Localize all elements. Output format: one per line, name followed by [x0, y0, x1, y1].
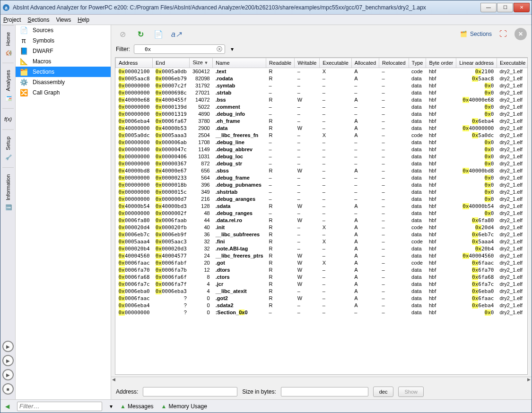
- titlebar[interactable]: a AbsInt Advanced Analyzer for PowerPC e…: [0, 0, 532, 15]
- table-row[interactable]: 0x40000bd80x40000e67656.sbssRW–A–datahbf…: [116, 167, 528, 174]
- table-row[interactable]: 0x0005a0dc0x0005aaa32504__libc_freeres_f…: [116, 132, 528, 139]
- status-memory[interactable]: ▲Memory Usage: [161, 403, 207, 410]
- table-row[interactable]: 0x40000b540x40000bd3128.sdataRW–A–datahb…: [116, 203, 528, 210]
- menu-sections[interactable]: Sections: [27, 17, 49, 23]
- size-input[interactable]: [281, 387, 368, 396]
- filter-input[interactable]: [134, 44, 225, 54]
- toolbar: ⊘ ↻ 📄 a↗ 🗂️ Sections ⛶ ✕: [111, 25, 532, 43]
- table-row[interactable]: 0x40000e680x4000455f14072.bssRW–A–datahb…: [116, 96, 528, 103]
- sidebar-item-symbols[interactable]: πSymbols: [16, 35, 111, 46]
- add-button[interactable]: 📄: [152, 27, 165, 41]
- table-row[interactable]: 0x0006eba40x0006fa673780.eh_frameR––A–da…: [116, 118, 528, 125]
- rail-fx[interactable]: f(x): [2, 108, 14, 129]
- table-row[interactable]: 0x0006eba00x0006eba34__libc_atexitR––A–d…: [116, 288, 528, 295]
- stop-button[interactable]: ■: [2, 383, 14, 395]
- menu-project[interactable]: Project: [3, 17, 21, 23]
- status-filter-input[interactable]: [17, 402, 102, 411]
- table-row[interactable]: 0x000000000x000000d7216.debug_aranges–––…: [116, 196, 528, 203]
- rail-information[interactable]: ℹ️Information: [2, 167, 14, 217]
- table-row[interactable]: 0x000000000x000004061031.debug_loc–––––d…: [116, 153, 528, 160]
- table-row[interactable]: 0x0005aac80x0006eb7982098.rodataR––A–dat…: [116, 75, 528, 82]
- play-2-button[interactable]: ▶: [2, 355, 14, 366]
- sidebar-item-sections[interactable]: 🗂️Sections: [16, 67, 111, 77]
- table-row[interactable]: 0x000020b40x000020d332.note.ABI-tagR––A–…: [116, 245, 528, 252]
- rail-setup[interactable]: 🔧Setup: [2, 129, 14, 167]
- table-row[interactable]: 0x000021000x0005a0db360412.textR–XA–code…: [116, 68, 528, 76]
- menu-help[interactable]: Help: [78, 17, 89, 23]
- horizontal-scrollbar[interactable]: [111, 377, 532, 384]
- table-row[interactable]: 0x0006fa680x0006fa6f8.ctorsRW–A–datahbf0…: [116, 274, 528, 281]
- table-row[interactable]: 0x0006eba4?0.sdata2R––A–datahbf0x6eba4dr…: [116, 302, 528, 309]
- filter-dropdown[interactable]: ▾: [229, 46, 235, 52]
- col-executable[interactable]: Executable: [320, 58, 351, 68]
- export-button[interactable]: a↗: [170, 27, 183, 41]
- table-row[interactable]: 0x000000000x000006ab1708.debug_line–––––…: [116, 139, 528, 146]
- table-wrap[interactable]: AddressEndSizeNameReadableWritableExecut…: [115, 57, 528, 375]
- table-row[interactable]: 0x000000000x0000047c1149.debug_abbrev–––…: [116, 146, 528, 153]
- sidebar-item-sources[interactable]: 📄Sources: [16, 25, 111, 35]
- disable-button[interactable]: ⊘: [116, 27, 129, 41]
- address-input[interactable]: [143, 387, 237, 396]
- sidebar-item-disassembly[interactable]: ⚙️Disassembly: [16, 77, 111, 87]
- col-address[interactable]: Address: [116, 58, 153, 68]
- col-size[interactable]: Size: [190, 58, 213, 68]
- rail-home[interactable]: 🏠Home: [2, 25, 14, 63]
- table-row[interactable]: 0x0006faac?0.got2RW–A–datahbf0x6faacdry2…: [116, 295, 528, 302]
- status-collapse-icon[interactable]: ◀: [5, 403, 9, 410]
- table-row[interactable]: 0x400000000x40000b532900.dataRW–A–datahb…: [116, 125, 528, 132]
- play-3-button[interactable]: ▶: [2, 369, 14, 380]
- col-writable[interactable]: Writable: [295, 58, 320, 68]
- table-row[interactable]: 0x000000000x00000367872.debug_str–––––da…: [116, 160, 528, 167]
- sections-link[interactable]: 🗂️ Sections: [460, 31, 492, 37]
- table-row[interactable]: 0x000020d40x000020fb40.initR–XA–codehbf0…: [116, 224, 528, 231]
- table-row[interactable]: 0x000000000x0000015c349.shstrtab–––––dat…: [116, 189, 528, 196]
- table-row[interactable]: 0x400045600x4000457724__libc_freeres_ptr…: [116, 252, 528, 259]
- rail-analyses[interactable]: 📊Analyses: [2, 63, 14, 108]
- body-area: 🏠Home 📊Analyses f(x) 🔧Setup ℹ️Informatio…: [0, 25, 532, 399]
- maximize-button[interactable]: ☐: [497, 3, 513, 12]
- close-button[interactable]: ✕: [514, 3, 530, 12]
- table-row[interactable]: 0x0006fa7c0x0006fa7f4.jcrRW–A–datahbf0x6…: [116, 281, 528, 288]
- table-row[interactable]: 0x000000000x0000018b396.debug_pubnames––…: [116, 181, 528, 189]
- col-relocated[interactable]: Relocated: [379, 58, 409, 68]
- table-row[interactable]: 0x000000000x0000002f48.debug_ranges–––––…: [116, 210, 528, 217]
- panel-close-button[interactable]: ✕: [515, 28, 527, 40]
- col-byte-order[interactable]: Byte order: [426, 58, 456, 68]
- menubar: Project Sections Views Help: [0, 15, 532, 25]
- col-executable[interactable]: Executable: [497, 58, 528, 68]
- filter-clear-icon[interactable]: ⓧ: [216, 45, 223, 53]
- col-allocated[interactable]: Allocated: [351, 58, 379, 68]
- sidebar-item-macros[interactable]: 📐Macros: [16, 56, 111, 67]
- dec-button[interactable]: dec: [373, 387, 394, 397]
- col-end[interactable]: End: [153, 58, 190, 68]
- symbols-icon: π: [19, 36, 28, 45]
- minimize-button[interactable]: —: [480, 3, 497, 12]
- col-type[interactable]: Type: [409, 58, 426, 68]
- play-1-button[interactable]: ▶: [2, 341, 14, 352]
- table-row[interactable]: 0x000000000x00000233564.debug_frame–––––…: [116, 174, 528, 181]
- col-name[interactable]: Name: [213, 58, 266, 68]
- table-row[interactable]: 0x00000000?0:Section_0x0–––––datahbf0x0d…: [116, 309, 528, 316]
- menu-views[interactable]: Views: [56, 17, 71, 23]
- sidebar-item-dwarf[interactable]: 📘DWARF: [16, 46, 111, 56]
- show-button[interactable]: Show: [398, 387, 424, 397]
- table-row[interactable]: 0x0006fa700x0006fa7b12.dtorsRW–A–datahbf…: [116, 267, 528, 274]
- sidebar-item-label: DWARF: [33, 48, 53, 54]
- refresh-button[interactable]: ↻: [134, 27, 147, 41]
- sidebar-item-call-graph[interactable]: 🔀Call Graph: [16, 87, 111, 98]
- table-row[interactable]: 0x0006eb7c0x0006eb9f36__libc_subfreeresR…: [116, 231, 528, 238]
- table-row[interactable]: 0x000000000x00007c2f31792.symtab–––––dat…: [116, 82, 528, 89]
- svg-text:a: a: [5, 5, 8, 10]
- table-row[interactable]: 0x0006fa800x0006faab44.data.rel.roRW–A–d…: [116, 217, 528, 224]
- status-filter-dropdown[interactable]: ▾: [110, 403, 113, 410]
- table-row[interactable]: 0x000000000x000013194890.debug_info–––––…: [116, 111, 528, 118]
- col-linear-address[interactable]: Linear address: [456, 58, 497, 68]
- left-rail: 🏠Home 📊Analyses f(x) 🔧Setup ℹ️Informatio…: [0, 25, 16, 399]
- table-row[interactable]: 0x000000000x0000698c27021.strtab–––––dat…: [116, 89, 528, 96]
- fullscreen-button[interactable]: ⛶: [497, 27, 510, 41]
- status-messages[interactable]: ▲Messages: [120, 403, 154, 410]
- table-row[interactable]: 0x0006faac0x0006fabf20.gotRWXA–codehbf0x…: [116, 259, 528, 267]
- table-row[interactable]: 0x000000000x0000139d5022.comment–––––dat…: [116, 103, 528, 111]
- table-row[interactable]: 0x0005aaa40x0005aac332.finiR–XA–codehbf0…: [116, 238, 528, 245]
- col-readable[interactable]: Readable: [266, 58, 295, 68]
